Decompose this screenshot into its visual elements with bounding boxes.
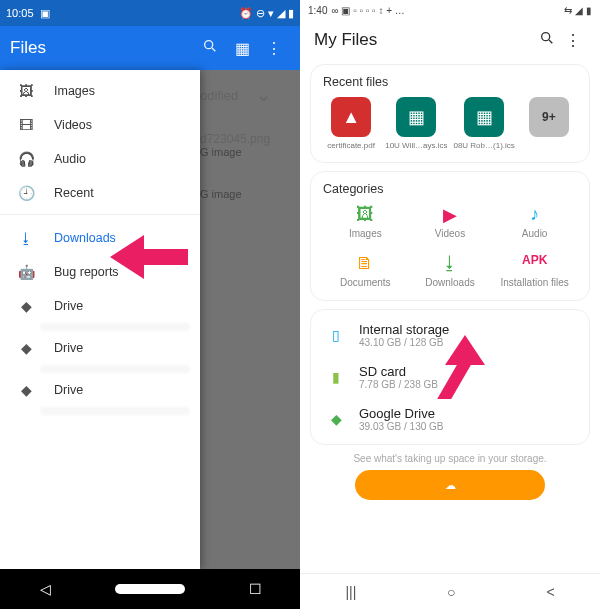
svg-point-0 [205,41,213,49]
system-nav-bar: ◁ ☐ [0,569,300,609]
calendar-icon: ▦ [464,97,504,137]
storage-internal[interactable]: ▯ Internal storage 43.10 GB / 128 GB [311,314,589,356]
category-label: Documents [323,277,408,288]
status-time: 1:40 [308,5,327,16]
search-icon[interactable] [534,30,560,50]
categories-card: Categories 🖼 Images ▶ Videos ♪ Audio 🗎 D… [310,171,590,301]
storage-card: ▯ Internal storage 43.10 GB / 128 GB ▮ S… [310,309,590,445]
drawer-item-drive[interactable]: ◆ Drive [0,331,200,365]
drawer-item-label: Drive [54,299,83,313]
nav-back-icon[interactable]: ◁ [25,581,65,597]
recent-file[interactable]: ▲ certificate.pdf [323,97,379,150]
grid-view-icon[interactable]: ▦ [226,39,258,58]
drawer-item-bug-reports[interactable]: 🤖 Bug reports [0,255,200,289]
video-icon: 🎞 [16,115,36,135]
drive-icon: ◆ [16,296,36,316]
svg-point-2 [542,33,550,41]
pdf-icon: ▲ [331,97,371,137]
page-title: My Files [314,30,534,50]
nav-recents-icon[interactable]: ☐ [235,581,275,597]
image-icon: 🖼 [323,204,408,226]
navigation-drawer: 🖼 Images 🎞 Videos 🎧 Audio 🕘 Recent [0,70,200,569]
status-bar: 10:05 ▣ ⏰ ⊖ ▾ ◢ ▮ [0,0,300,26]
search-icon[interactable] [194,38,226,58]
system-nav-bar: ||| ○ < [300,573,600,609]
storage-subtitle: 39.03 GB / 130 GB [359,421,444,432]
more-badge: 9+ [529,97,569,137]
recent-file[interactable]: ▦ 10U Will…ays.ics [385,97,447,150]
category-label: Audio [492,228,577,239]
phone-icon: ▯ [325,324,347,346]
section-title: Categories [323,182,577,196]
drawer-item-label: Downloads [54,231,116,245]
bug-icon: 🤖 [16,262,36,282]
drawer-item-videos[interactable]: 🎞 Videos [0,108,200,142]
image-icon: 🖼 [16,81,36,101]
app-bar: Files ▦ ⋮ [0,26,300,70]
calendar-icon: ▦ [396,97,436,137]
recent-file-label [521,141,577,150]
drawer-item-label: Drive [54,341,83,355]
redacted [40,365,190,373]
audio-icon: ♪ [492,204,577,226]
status-bar: 1:40 ∞ ▣ ▫ ▫ ▫ ▫ ↕ + … ⇆ ◢ ▮ [300,0,600,20]
nav-back-icon[interactable]: < [546,584,554,600]
category-documents[interactable]: 🗎 Documents [323,253,408,288]
recent-files-card: Recent files ▲ certificate.pdf ▦ 10U Wil… [310,64,590,163]
storage-tip: See what's taking up space in your stora… [300,453,600,464]
storage-subtitle: 7.78 GB / 238 GB [359,379,438,390]
category-label: Installation files [492,277,577,288]
category-label: Downloads [408,277,493,288]
drawer-item-label: Videos [54,118,92,132]
nav-home-pill[interactable] [115,584,185,594]
recent-icon: 🕘 [16,183,36,203]
category-installation-files[interactable]: APK Installation files [492,253,577,288]
drawer-item-downloads[interactable]: ⭳ Downloads [0,221,200,255]
recent-file-more[interactable]: 9+ [521,97,577,150]
drive-icon: ◆ [16,380,36,400]
apk-icon: APK [492,253,577,275]
drawer-item-drive[interactable]: ◆ Drive [0,373,200,407]
overflow-icon[interactable]: ⋮ [258,39,290,58]
status-right-icons: ⇆ ◢ ▮ [564,5,592,16]
storage-sd-card[interactable]: ▮ SD card 7.78 GB / 238 GB [311,356,589,398]
status-notif-icon: ▣ [40,7,50,20]
drawer-item-label: Bug reports [54,265,119,279]
category-audio[interactable]: ♪ Audio [492,204,577,239]
category-downloads[interactable]: ⭳ Downloads [408,253,493,288]
storage-subtitle: 43.10 GB / 128 GB [359,337,449,348]
phone-stock-files: 10:05 ▣ ⏰ ⊖ ▾ ◢ ▮ Files ▦ ⋮ odified ⌄ d7… [0,0,300,609]
section-title: Recent files [323,75,577,89]
drawer-item-label: Images [54,84,95,98]
status-left-icons: ∞ ▣ ▫ ▫ ▫ ▫ ↕ + … [331,5,404,16]
storage-title: Internal storage [359,322,449,337]
category-images[interactable]: 🖼 Images [323,204,408,239]
drawer-item-audio[interactable]: 🎧 Audio [0,142,200,176]
drawer-item-drive[interactable]: ◆ Drive [0,289,200,323]
header: My Files ⋮ [300,20,600,56]
status-time: 10:05 [6,7,34,19]
storage-title: Google Drive [359,406,444,421]
drawer-item-label: Recent [54,186,94,200]
document-icon: 🗎 [323,253,408,275]
nav-recents-icon[interactable]: ||| [345,584,356,600]
cloud-icon: ☁ [445,479,456,492]
analyze-storage-button[interactable]: ☁ [355,470,545,500]
download-icon: ⭳ [16,228,36,248]
recent-file-label: certificate.pdf [323,141,379,150]
nav-home-icon[interactable]: ○ [447,584,455,600]
phone-samsung-my-files: 1:40 ∞ ▣ ▫ ▫ ▫ ▫ ↕ + … ⇆ ◢ ▮ My Files ⋮ … [300,0,600,609]
recent-file[interactable]: ▦ 08U Rob…(1).ics [453,97,514,150]
redacted [40,407,190,415]
category-videos[interactable]: ▶ Videos [408,204,493,239]
drive-icon: ◆ [325,408,347,430]
overflow-icon[interactable]: ⋮ [560,31,586,50]
storage-google-drive[interactable]: ◆ Google Drive 39.03 GB / 130 GB [311,398,589,440]
status-right-icons: ⏰ ⊖ ▾ ◢ ▮ [239,7,294,20]
drive-icon: ◆ [16,338,36,358]
category-label: Images [323,228,408,239]
drawer-item-images[interactable]: 🖼 Images [0,74,200,108]
drawer-item-recent[interactable]: 🕘 Recent [0,176,200,210]
drawer-item-label: Audio [54,152,86,166]
redacted [40,323,190,331]
